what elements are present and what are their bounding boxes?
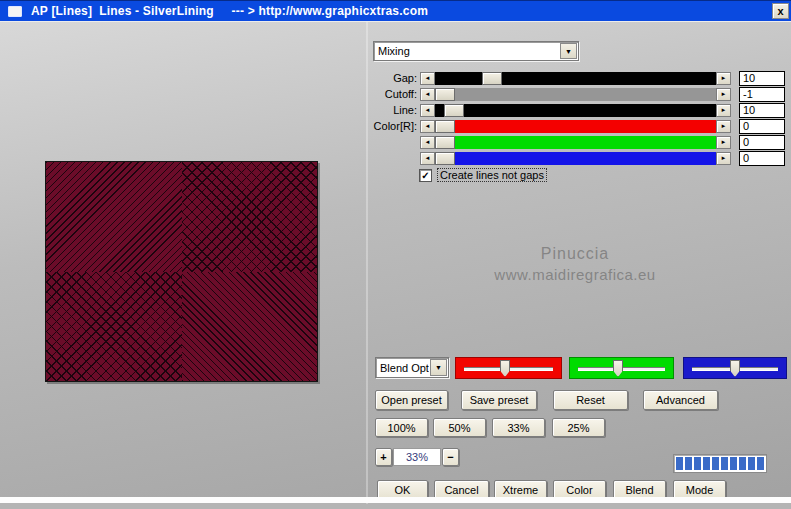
cutoff-slider[interactable]	[435, 88, 716, 101]
preview-quadrant-topright	[182, 162, 318, 272]
left-arrow-icon[interactable]: ◄	[420, 72, 435, 85]
progress-segment	[730, 457, 737, 470]
line-value-field[interactable]: 10	[739, 103, 785, 118]
reset-button[interactable]: Reset	[553, 390, 628, 410]
blend-options-value: Blend Options	[376, 362, 429, 374]
advanced-button[interactable]: Advanced	[643, 390, 718, 410]
preview-quadrant-bottomleft	[46, 272, 182, 382]
slider-row-cutoff: Cutoff: ◄ ► -1	[373, 87, 789, 101]
left-arrow-icon[interactable]: ◄	[420, 136, 435, 149]
progress-segment	[685, 457, 692, 470]
channel-thumb[interactable]	[500, 360, 510, 377]
progress-segment	[748, 457, 755, 470]
watermark-url: www.maidiregrafica.eu	[475, 266, 675, 283]
chevron-down-icon[interactable]: ▼	[560, 43, 577, 59]
window-bottom-edge	[0, 497, 791, 503]
zoom-100-button[interactable]: 100%	[375, 418, 428, 437]
chevron-down-icon[interactable]: ▼	[430, 359, 447, 376]
color-r-slider[interactable]	[435, 120, 716, 133]
window-title: AP [Lines] Lines - SilverLining --- > ht…	[31, 4, 428, 18]
check-icon: ✓	[421, 170, 429, 181]
left-arrow-icon[interactable]: ◄	[420, 152, 435, 165]
gap-slider[interactable]	[435, 72, 716, 85]
close-icon: x	[777, 6, 783, 17]
right-arrow-icon[interactable]: ►	[716, 136, 731, 149]
zoom-25-button[interactable]: 25%	[552, 418, 605, 437]
zoom-level-field: 33%	[393, 448, 441, 466]
progress-segment	[712, 457, 719, 470]
zoom-in-button[interactable]: +	[375, 448, 392, 466]
slider-thumb[interactable]	[435, 152, 455, 165]
line-slider[interactable]	[435, 104, 716, 117]
color-b-slider[interactable]	[435, 152, 716, 165]
save-preset-button[interactable]: Save preset	[461, 390, 537, 410]
zoom-out-button[interactable]: −	[442, 448, 459, 466]
slider-thumb[interactable]	[444, 104, 464, 117]
pattern-preview[interactable]	[45, 161, 318, 382]
gap-value-field[interactable]: 10	[739, 71, 785, 86]
left-arrow-icon[interactable]: ◄	[420, 120, 435, 133]
right-arrow-icon[interactable]: ►	[716, 152, 731, 165]
right-arrow-icon[interactable]: ►	[716, 120, 731, 133]
cutoff-value-field[interactable]: -1	[739, 87, 785, 102]
checkbox-label[interactable]: Create lines not gaps	[437, 168, 547, 182]
progress-segment	[739, 457, 746, 470]
slider-label: Gap:	[373, 72, 420, 84]
slider-label: Line:	[373, 104, 420, 116]
plugin-window: AP [Lines] Lines - SilverLining --- > ht…	[0, 0, 791, 509]
panel-divider	[366, 22, 368, 504]
titlebar: AP [Lines] Lines - SilverLining --- > ht…	[0, 0, 791, 21]
progress-segment	[694, 457, 701, 470]
progress-segment	[757, 457, 764, 470]
slider-thumb[interactable]	[482, 72, 502, 85]
open-preset-button[interactable]: Open preset	[375, 390, 448, 410]
color-g-slider[interactable]	[435, 136, 716, 149]
slider-label: Color[R]:	[373, 120, 420, 132]
progress-segment	[703, 457, 710, 470]
watermark-name: Pinuccia	[475, 245, 675, 263]
slider-thumb[interactable]	[435, 88, 455, 101]
color-r-value-field[interactable]: 0	[739, 119, 785, 134]
blue-channel-slider[interactable]	[683, 357, 787, 379]
slider-row-color-r: Color[R]: ◄ ► 0	[373, 119, 789, 133]
watermark: Pinuccia www.maidiregrafica.eu	[475, 245, 675, 283]
progress-segment	[676, 457, 683, 470]
red-channel-slider[interactable]	[455, 357, 562, 379]
slider-thumb[interactable]	[435, 136, 455, 149]
preview-quadrant-bottomright	[182, 272, 318, 382]
green-channel-slider[interactable]	[569, 357, 674, 379]
close-button[interactable]: x	[772, 3, 789, 19]
slider-thumb[interactable]	[435, 120, 455, 133]
slider-row-gap: Gap: ◄ ► 10	[373, 71, 789, 85]
preset-dropdown-value: Mixing	[374, 45, 559, 57]
progress-bar	[673, 454, 767, 473]
app-icon	[8, 6, 22, 17]
slider-row-color-b: ◄ ► 0	[373, 151, 789, 165]
preview-quadrant-topleft	[46, 162, 182, 272]
channel-thumb[interactable]	[730, 360, 740, 377]
channel-thumb[interactable]	[613, 360, 623, 377]
client-area: Mixing ▼ Gap: ◄ ► 10 Cutoff: ◄ ► -1 Line…	[0, 21, 791, 503]
create-lines-checkbox[interactable]: ✓	[419, 169, 432, 182]
create-lines-checkbox-row: ✓ Create lines not gaps	[419, 168, 547, 182]
slider-row-line: Line: ◄ ► 10	[373, 103, 789, 117]
preset-dropdown[interactable]: Mixing ▼	[373, 41, 579, 61]
right-arrow-icon[interactable]: ►	[716, 72, 731, 85]
zoom-33-button[interactable]: 33%	[492, 418, 545, 437]
color-b-value-field[interactable]: 0	[739, 151, 785, 166]
right-arrow-icon[interactable]: ►	[716, 104, 731, 117]
progress-segment	[721, 457, 728, 470]
zoom-50-button[interactable]: 50%	[433, 418, 486, 437]
slider-label: Cutoff:	[373, 88, 420, 100]
color-g-value-field[interactable]: 0	[739, 135, 785, 150]
slider-row-color-g: ◄ ► 0	[373, 135, 789, 149]
left-arrow-icon[interactable]: ◄	[420, 88, 435, 101]
left-arrow-icon[interactable]: ◄	[420, 104, 435, 117]
right-arrow-icon[interactable]: ►	[716, 88, 731, 101]
blend-options-dropdown[interactable]: Blend Options ▼	[375, 357, 449, 378]
